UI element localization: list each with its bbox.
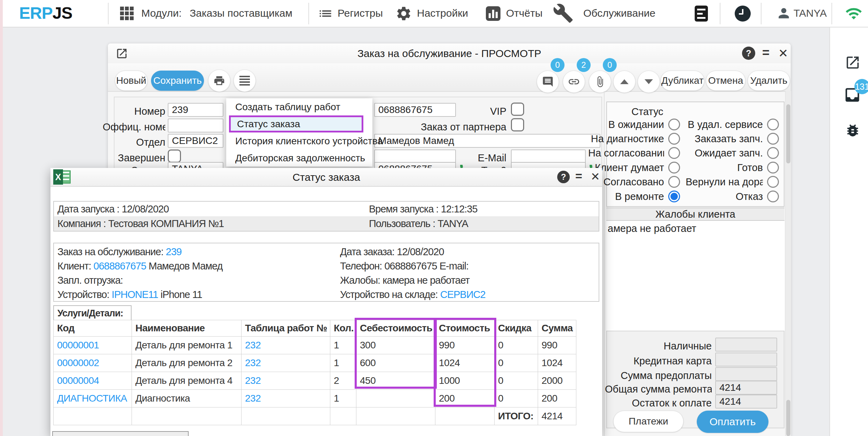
links-button[interactable] <box>563 71 585 93</box>
cash-field[interactable] <box>715 338 777 352</box>
logo-js: JS <box>53 4 72 22</box>
number-field[interactable] <box>168 103 223 117</box>
work-table-link[interactable]: 232 <box>242 354 330 372</box>
registers-icon <box>318 6 333 23</box>
modules-current-link[interactable]: Заказы поставщикам <box>190 7 292 19</box>
partner-order-checkbox[interactable] <box>511 118 524 131</box>
item-code-link[interactable]: 00000001 <box>54 337 132 354</box>
status-radio-v-remonte[interactable] <box>668 191 680 202</box>
menu-item-create-work-table[interactable]: Создать таблицу работ <box>226 98 372 115</box>
menu-button[interactable] <box>234 70 256 92</box>
new-button[interactable]: Новый <box>115 71 148 91</box>
scrollbar-track[interactable] <box>785 91 791 436</box>
payments-button[interactable]: Платежи <box>613 411 684 432</box>
cancel-button[interactable]: Отмена <box>706 71 745 91</box>
warehouse-link[interactable]: СЕРВИС2 <box>440 289 486 300</box>
log-icon[interactable] <box>695 6 708 22</box>
status-radio-ozhidaet-zapch[interactable] <box>767 147 779 159</box>
complaints-textarea[interactable]: амера не работает <box>606 221 784 331</box>
completed-checkbox[interactable] <box>168 150 181 163</box>
app-logo[interactable]: ERPJS <box>19 3 72 23</box>
status-radio-gotov[interactable] <box>767 162 779 173</box>
minimize-icon[interactable]: = <box>762 46 770 60</box>
status-radio-otkaz[interactable] <box>767 191 779 202</box>
vip-label: VIP <box>437 106 506 117</box>
partner-order-label: Заказ от партнера <box>402 121 506 133</box>
scrollbar-thumb[interactable] <box>786 104 790 163</box>
vip-checkbox[interactable] <box>511 103 524 116</box>
nav-service[interactable]: Обслуживание <box>583 7 655 19</box>
work-table-link[interactable]: 232 <box>242 372 330 390</box>
save-button[interactable]: Сохранить <box>151 71 204 91</box>
close-icon[interactable]: ✕ <box>778 46 788 60</box>
help-icon[interactable]: ? <box>742 47 755 60</box>
status-option-label: Готов <box>686 162 763 173</box>
status-radio-vernuli-na-dorab[interactable] <box>767 176 779 188</box>
status-option-label: Вернули на дораб. <box>686 176 763 188</box>
scrollbar-thumb[interactable] <box>786 400 790 436</box>
work-table-link[interactable]: 232 <box>242 390 330 407</box>
modules-grid-icon[interactable] <box>120 7 134 22</box>
user-name[interactable]: TANYA <box>794 7 827 19</box>
bug-icon[interactable] <box>845 122 861 140</box>
balance-due-field[interactable] <box>715 395 777 409</box>
status-radio-v-ozhidanii[interactable] <box>668 119 680 130</box>
open-external-icon[interactable] <box>845 55 861 72</box>
official-number-field[interactable] <box>168 119 223 132</box>
client-phone-link[interactable]: 0688867675 <box>94 260 146 272</box>
status-radio-klient-dumaet[interactable] <box>668 162 680 173</box>
minimize-icon[interactable]: = <box>575 169 582 183</box>
prepay-field[interactable] <box>715 367 777 381</box>
status-radio-v-udal-servise[interactable] <box>767 119 779 130</box>
service-wrench-icon <box>553 3 574 25</box>
duplicate-button[interactable]: Дубликат <box>661 71 704 91</box>
item-discount: 0 <box>495 354 538 372</box>
print-button[interactable] <box>208 70 230 92</box>
menu-item-receivables[interactable]: Дебиторская задолженность <box>226 150 372 167</box>
nav-reports[interactable]: Отчёты <box>506 7 543 19</box>
right-sidebar: 131 <box>829 27 868 436</box>
payments-button-label: Платежи <box>629 416 668 427</box>
menu-item-label: Дебиторская задолженность <box>235 153 365 164</box>
next-record-button[interactable] <box>638 71 660 93</box>
delete-button[interactable]: Удалить <box>748 71 790 91</box>
close-icon[interactable]: ✕ <box>591 170 600 183</box>
help-icon[interactable]: ? <box>557 171 570 183</box>
attachments-button[interactable] <box>589 71 611 93</box>
card-field[interactable] <box>715 353 777 366</box>
comments-button[interactable] <box>537 71 559 93</box>
popup-details-box: Заказ на обслуживание: 239 Дата заказа: … <box>53 243 599 302</box>
status-panel-title: Статус <box>620 106 675 118</box>
status-option-label: Отказ <box>686 191 763 202</box>
work-table-link[interactable]: 232 <box>242 337 330 354</box>
menu-item-device-history[interactable]: История клиентского устройства <box>226 132 372 150</box>
item-code-link[interactable]: 00000004 <box>54 372 132 390</box>
item-code-link[interactable]: ДИАГНОСТИКА <box>54 390 132 407</box>
status-radio-na-soglasovanii[interactable] <box>668 147 680 159</box>
department-field[interactable] <box>168 134 223 148</box>
nav-registers[interactable]: Регистры <box>338 7 383 19</box>
services-tab-label: Услуги/Детали: <box>57 308 123 319</box>
item-code-link[interactable]: 00000002 <box>54 354 132 372</box>
complaints-header: Жалобы клиента <box>606 208 784 221</box>
prev-record-button[interactable] <box>613 71 636 93</box>
status-radio-soglasovano[interactable] <box>668 176 680 188</box>
pay-button[interactable]: Оплатить <box>697 411 768 433</box>
menu-item-label: История клиентского устройства <box>235 136 383 147</box>
email-field[interactable] <box>511 150 586 163</box>
table-row: 00000001 Деталь для ремонта 1 232 1 300 … <box>54 337 576 354</box>
status-radio-zakazat-zapch[interactable] <box>767 133 779 145</box>
wifi-icon <box>845 5 862 24</box>
client-name-field[interactable] <box>374 134 600 148</box>
address-field[interactable] <box>374 150 456 163</box>
repair-total-field[interactable] <box>715 381 777 395</box>
item-qty: 2 <box>330 372 356 390</box>
menu-item-order-status[interactable]: Статус заказа <box>229 115 363 132</box>
clock-icon[interactable] <box>735 6 751 22</box>
order-number-link[interactable]: 239 <box>166 246 181 257</box>
status-radio-na-diagnostike[interactable] <box>668 133 680 145</box>
chart-bar <box>496 12 498 18</box>
nav-settings[interactable]: Настройки <box>417 7 468 19</box>
device-link[interactable]: IPHONE11 <box>112 289 158 300</box>
table-row: ДИАГНОСТИКА Диагностика 232 1 200 0 200 <box>54 390 576 407</box>
